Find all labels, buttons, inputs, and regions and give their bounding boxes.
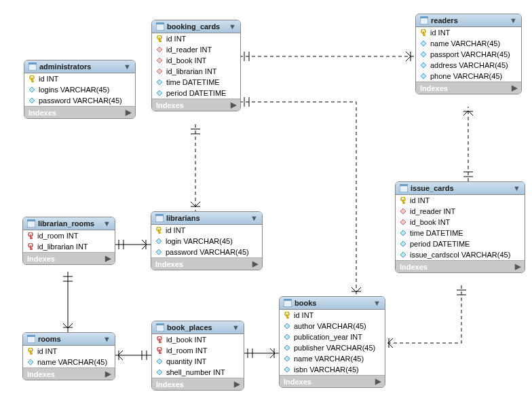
- column-row[interactable]: publication_year INT: [280, 331, 385, 342]
- collapse-icon[interactable]: ▼: [510, 16, 517, 24]
- attr-icon: [27, 359, 34, 365]
- svg-rect-5: [420, 16, 428, 18]
- expand-icon: ▶: [105, 254, 111, 263]
- column-text: time DATETIME: [410, 229, 463, 237]
- entity-header[interactable]: administrators ▼: [24, 60, 135, 73]
- column-row[interactable]: id INT: [416, 27, 521, 38]
- indexes-row[interactable]: Indexes▶: [416, 82, 521, 94]
- column-row[interactable]: id_reader INT: [152, 44, 240, 55]
- indexes-label: Indexes: [155, 260, 183, 268]
- entity-readers[interactable]: readers ▼ id INT name VARCHAR(45) passpo…: [415, 14, 522, 94]
- pkfk-icon: [27, 232, 34, 239]
- entity-books[interactable]: books ▼ id INT author VARCHAR(45) public…: [279, 296, 385, 388]
- entity-header[interactable]: readers ▼: [416, 14, 521, 27]
- indexes-row[interactable]: Indexes▶: [280, 375, 385, 387]
- column-row[interactable]: login VARCHAR(45): [151, 236, 262, 247]
- indexes-row[interactable]: Indexes▶: [24, 106, 135, 118]
- column-row[interactable]: password VARCHAR(45): [24, 95, 135, 106]
- collapse-icon[interactable]: ▼: [373, 299, 381, 307]
- column-text: time DATETIME: [166, 78, 220, 86]
- entity-librarians[interactable]: librarians ▼ id INT login VARCHAR(45) pa…: [151, 211, 263, 270]
- column-row[interactable]: author VARCHAR(45): [280, 321, 385, 331]
- entity-header[interactable]: rooms ▼: [23, 333, 115, 346]
- column-row[interactable]: id INT: [280, 310, 385, 321]
- column-row[interactable]: id INT: [23, 346, 115, 357]
- column-row[interactable]: isbn VARCHAR(45): [280, 364, 385, 375]
- collapse-icon[interactable]: ▼: [232, 323, 240, 331]
- column-row[interactable]: password VARCHAR(45): [151, 247, 262, 257]
- entity-header[interactable]: booking_cards ▼: [152, 20, 240, 33]
- indexes-row[interactable]: Indexes▶: [151, 257, 262, 270]
- column-row[interactable]: shell_number INT: [152, 367, 244, 378]
- svg-rect-15: [156, 323, 164, 325]
- entity-book-places[interactable]: book_places ▼ id_book INT id_room INT qu…: [151, 321, 244, 391]
- column-row[interactable]: id_room INT: [152, 345, 244, 356]
- pk-icon: [27, 348, 34, 355]
- column-row[interactable]: period DATETIME: [396, 238, 525, 249]
- column-row[interactable]: publisher VARCHAR(45): [280, 342, 385, 353]
- entity-administrators[interactable]: administrators ▼ id INT logins VARCHAR(4…: [24, 60, 136, 119]
- column-text: password VARCHAR(45): [39, 96, 122, 105]
- column-text: name VARCHAR(45): [294, 355, 364, 363]
- entity-header[interactable]: issue_cards ▼: [396, 182, 525, 195]
- column-row[interactable]: id_book INT: [152, 334, 244, 345]
- collapse-icon[interactable]: ▼: [124, 62, 131, 71]
- entity-header[interactable]: book_places ▼: [152, 321, 244, 334]
- column-text: password VARCHAR(45): [166, 248, 249, 256]
- table-icon: [420, 16, 428, 24]
- indexes-label: Indexes: [27, 255, 55, 263]
- collapse-icon[interactable]: ▼: [250, 214, 258, 222]
- column-row[interactable]: id_book INT: [152, 55, 240, 66]
- column-row[interactable]: id_room INT: [23, 230, 115, 241]
- column-row[interactable]: passport VARCHAR(45): [416, 49, 521, 60]
- column-row[interactable]: period DATETIME: [152, 88, 240, 98]
- column-row[interactable]: id_librarian INT: [23, 241, 115, 252]
- entity-librarian-rooms[interactable]: librarian_rooms ▼ id_room INT id_librari…: [22, 217, 115, 265]
- column-row[interactable]: quantity INT: [152, 356, 244, 367]
- attr-icon: [28, 86, 35, 93]
- column-row[interactable]: id INT: [396, 195, 525, 206]
- column-row[interactable]: id INT: [151, 225, 262, 236]
- entity-header[interactable]: librarians ▼: [151, 212, 262, 225]
- pk-icon: [400, 197, 406, 204]
- entity-issue-cards[interactable]: issue_cards ▼ id INT id_reader INT id_bo…: [395, 181, 525, 273]
- indexes-row[interactable]: Indexes▶: [396, 260, 525, 272]
- indexes-row[interactable]: Indexes▶: [23, 252, 115, 264]
- column-row[interactable]: address VARCHAR(45): [416, 60, 521, 71]
- entity-header[interactable]: librarian_rooms ▼: [23, 217, 115, 230]
- column-row[interactable]: name VARCHAR(45): [280, 353, 385, 364]
- column-row[interactable]: id INT: [152, 33, 240, 44]
- collapse-icon[interactable]: ▼: [229, 22, 236, 31]
- expand-icon: ▶: [231, 101, 236, 109]
- column-row[interactable]: time DATETIME: [396, 228, 525, 238]
- column-row[interactable]: issue_cardscol VARCHAR(45): [396, 249, 525, 260]
- entity-title: librarian_rooms: [38, 219, 94, 228]
- attr-icon: [420, 40, 427, 47]
- attr-icon: [156, 79, 163, 86]
- entity-rooms[interactable]: rooms ▼ id INT name VARCHAR(45) Indexes▶: [22, 332, 115, 380]
- column-row[interactable]: time DATETIME: [152, 77, 240, 88]
- collapse-icon[interactable]: ▼: [103, 219, 111, 228]
- collapse-icon[interactable]: ▼: [103, 335, 111, 343]
- svg-rect-17: [284, 299, 292, 301]
- entity-booking-cards[interactable]: booking_cards ▼ id INT id_reader INT id_…: [151, 20, 241, 111]
- entity-header[interactable]: books ▼: [280, 297, 385, 310]
- column-row[interactable]: id INT: [24, 73, 135, 84]
- pkfk-icon: [156, 336, 163, 343]
- column-row[interactable]: id_book INT: [396, 217, 525, 228]
- column-row[interactable]: id_librarian INT: [152, 66, 240, 77]
- column-row[interactable]: id_reader INT: [396, 206, 525, 217]
- column-row[interactable]: name VARCHAR(45): [416, 38, 521, 49]
- attr-icon: [420, 73, 427, 79]
- column-row[interactable]: logins VARCHAR(45): [24, 84, 135, 95]
- column-text: publication_year INT: [294, 333, 362, 341]
- indexes-row[interactable]: Indexes▶: [152, 98, 240, 111]
- table-icon: [156, 323, 164, 331]
- indexes-row[interactable]: Indexes▶: [152, 378, 244, 390]
- column-row[interactable]: phone VARCHAR(45): [416, 71, 521, 82]
- collapse-icon[interactable]: ▼: [513, 184, 520, 192]
- column-text: address VARCHAR(45): [430, 61, 508, 69]
- indexes-row[interactable]: Indexes▶: [23, 367, 115, 380]
- column-row[interactable]: name VARCHAR(45): [23, 357, 115, 367]
- attr-icon: [284, 366, 290, 373]
